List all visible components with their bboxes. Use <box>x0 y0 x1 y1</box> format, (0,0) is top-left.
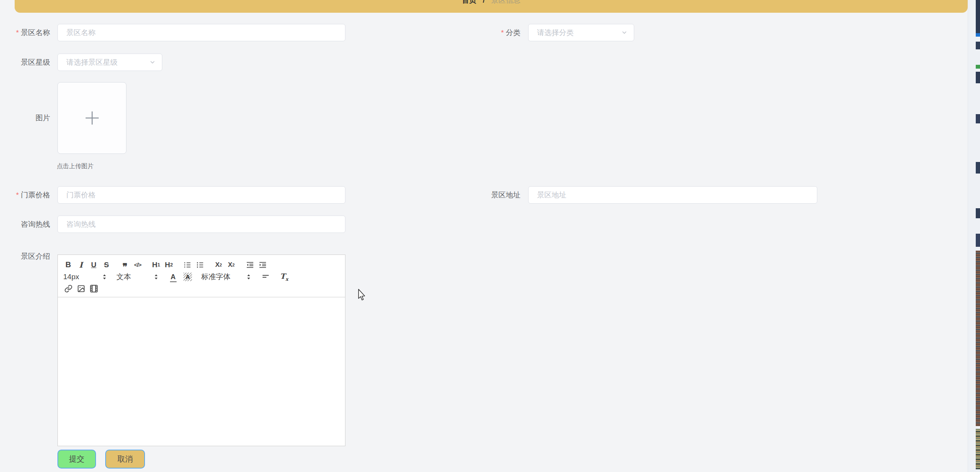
header1-button[interactable]: H1 <box>151 260 161 270</box>
updown-arrows-icon <box>103 274 106 280</box>
breadcrumb: 首页 / 景区信息 <box>15 0 968 4</box>
star-label: 景区星级 <box>0 54 50 71</box>
star-placeholder: 请选择景区星级 <box>66 57 118 67</box>
mouse-cursor <box>357 288 367 302</box>
bullet-list-button[interactable] <box>195 260 205 270</box>
name-label: *景区名称 <box>0 24 50 41</box>
indent-button[interactable] <box>258 260 268 270</box>
category-select[interactable]: 请选择分类 <box>528 24 634 41</box>
breadcrumb-separator: / <box>483 0 485 4</box>
required-mark: * <box>501 29 504 37</box>
cancel-button[interactable]: 取消 <box>105 450 145 469</box>
font-family-picker[interactable]: 标准字体 <box>201 272 251 282</box>
editor-content-area[interactable] <box>58 297 345 445</box>
clear-format-button[interactable]: Tx <box>279 272 289 282</box>
outdent-button[interactable] <box>245 260 255 270</box>
text-color-button[interactable]: A <box>168 272 178 282</box>
breadcrumb-current: 景区信息 <box>491 0 520 4</box>
required-mark: * <box>16 191 19 199</box>
italic-button[interactable]: I <box>76 260 86 270</box>
intro-label: 景区介绍 <box>0 252 50 261</box>
star-select[interactable]: 请选择景区星级 <box>57 54 162 71</box>
code-block-button[interactable]: </> <box>133 260 143 270</box>
blockquote-button[interactable]: ❞ <box>120 260 130 270</box>
align-button[interactable] <box>261 272 271 282</box>
price-label: *门票价格 <box>0 186 50 204</box>
superscript-button[interactable]: X2 <box>226 260 236 270</box>
category-label: *分类 <box>443 24 520 41</box>
background-color-button[interactable]: A <box>183 272 193 282</box>
underline-button[interactable]: U <box>89 260 99 270</box>
editor-toolbar: B I U S ❞ </> H1 H2 <box>58 255 345 297</box>
image-button[interactable] <box>76 284 86 294</box>
breadcrumb-home[interactable]: 首页 <box>462 0 477 4</box>
plus-icon <box>83 109 101 127</box>
name-input[interactable] <box>57 24 345 41</box>
background-window-sliver <box>968 0 980 472</box>
category-placeholder: 请选择分类 <box>537 28 574 38</box>
address-label: 景区地址 <box>443 186 520 204</box>
hotline-input[interactable] <box>57 216 345 233</box>
updown-arrows-icon <box>247 274 251 280</box>
address-input[interactable] <box>528 186 817 204</box>
header2-button[interactable]: H2 <box>164 260 174 270</box>
scenic-area-form-page: 首页 / 景区信息 *景区名称 *分类 请选择分类 景区星级 请选择景区星级 图… <box>0 0 980 472</box>
bold-button[interactable]: B <box>63 260 73 270</box>
chevron-down-icon <box>621 29 628 36</box>
link-button[interactable] <box>63 284 73 294</box>
text-style-picker[interactable]: 文本 <box>116 272 158 282</box>
ordered-list-button[interactable] <box>182 260 192 270</box>
image-upload-box[interactable] <box>57 82 126 154</box>
image-label: 图片 <box>0 82 50 154</box>
subscript-button[interactable]: X2 <box>214 260 224 270</box>
video-button[interactable] <box>89 284 99 294</box>
font-size-picker[interactable]: 14px <box>63 272 106 282</box>
chevron-down-icon <box>149 59 156 66</box>
rich-text-editor: B I U S ❞ </> H1 H2 <box>57 255 345 446</box>
updown-arrows-icon <box>154 274 158 280</box>
submit-button[interactable]: 提交 <box>57 450 96 469</box>
hotline-label: 咨询热线 <box>0 216 50 233</box>
required-mark: * <box>16 29 19 37</box>
upload-hint: 点击上传图片 <box>57 162 94 170</box>
price-input[interactable] <box>57 186 345 204</box>
strikethrough-button[interactable]: S <box>101 260 111 270</box>
header-bar: 首页 / 景区信息 <box>15 0 968 13</box>
